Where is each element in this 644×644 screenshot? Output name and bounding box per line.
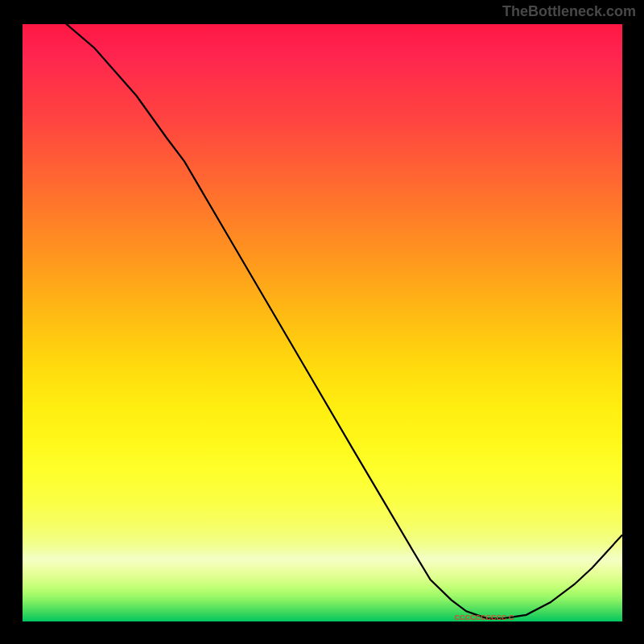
- chart-curve: [23, 24, 622, 621]
- attribution-text: TheBottleneck.com: [502, 3, 636, 20]
- chart-annotation: CCCCCCCCCC C: [454, 613, 514, 621]
